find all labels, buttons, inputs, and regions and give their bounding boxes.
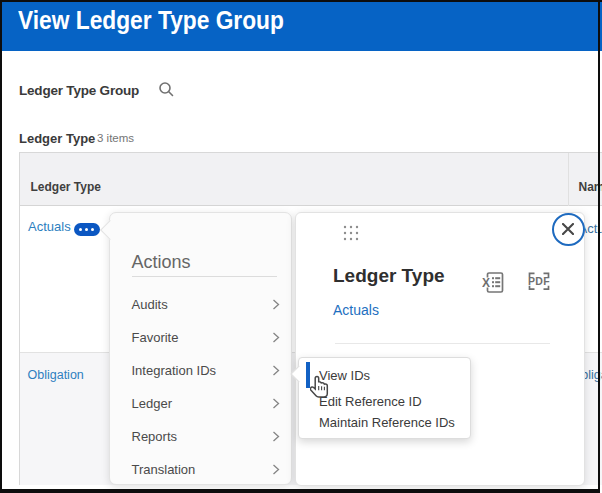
- svg-text:X: X: [482, 276, 490, 290]
- svg-text:PDF: PDF: [528, 275, 550, 287]
